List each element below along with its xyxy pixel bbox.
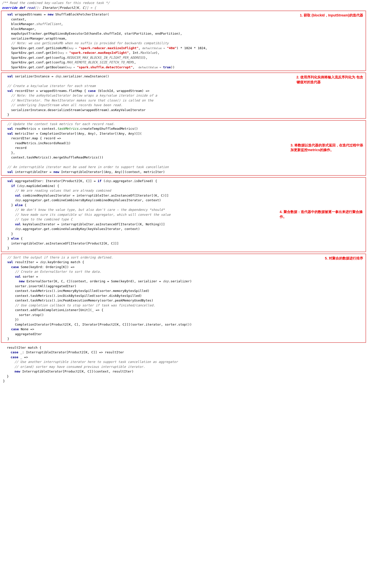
annotation-5: 5. 对聚合的数据进行排序 [325,256,363,261]
section-6: resultIter match { case _: Interruptible… [1,344,366,385]
code-container: /** Read the combined key-values for thi… [0,0,367,385]
section-4: 4. 聚合数据：迭代器中的数据被逐一拿出来进行聚合操作。 val aggrega… [1,177,366,252]
annotation-3: 3. 将数据以迭代器的形式返回，在迭代过程中添加更新监控metrics的操作。 [290,143,363,153]
annotation-1: 1. 获取 (blockId，InputStream)的迭代器 [300,13,363,18]
section-3: 3. 将数据以迭代器的形式返回，在迭代过程中添加更新监控metrics的操作。 … [1,120,366,176]
annotation-2: 2. 使用序列化实例将输入流反序列化为 包含键值对的迭代器 [297,75,363,85]
top-comment: /** Read the combined key-values for thi… [0,0,367,10]
section-5: 5. 对聚合的数据进行排序 // Sort the output if ther… [1,254,366,343]
annotation-4: 4. 聚合数据：迭代器中的数据被逐一拿出来进行聚合操作。 [280,210,363,219]
section-1: 1. 获取 (blockId，InputStream)的迭代器 val wrap… [1,11,366,71]
section-2: 2. 使用序列化实例将输入流反序列化为 包含键值对的迭代器 val serial… [1,72,366,119]
